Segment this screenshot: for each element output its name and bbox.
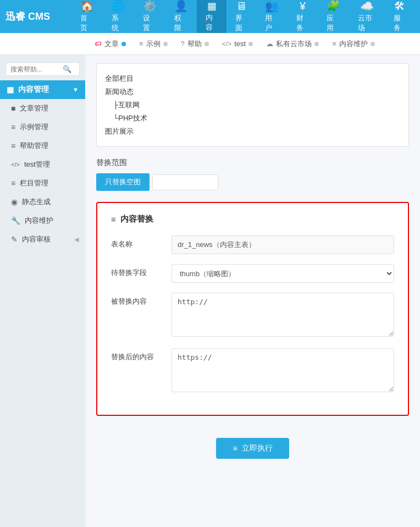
sidebar-item-help[interactable]: ≡ 帮助管理 [0,136,85,155]
content-replace-title-text: 内容替换 [120,214,153,224]
tree-item-1: 新闻动态 [105,85,400,98]
nav-item-users[interactable]: 👥 用户 [256,0,288,33]
replace-range-section: 替换范围 只替换空图 [96,158,409,191]
nav-label-apps: 应用 [327,13,340,33]
example-dot [163,42,168,46]
nav-items: 🏠 首页 🌐 系统 ⚙️ 设置 👤 权限 ▦ 内容 🖥 界面 👥 用户 ¥ [71,0,415,33]
nav-label-cloud: 云市场 [358,13,376,33]
to-control: https:// [172,348,394,394]
sidebar-search-container[interactable]: 🔍 [5,62,80,76]
content-replace-box: ≡ 内容替换 表名称 dr_1_news（内容主表） 待替换字段 thumb（缩… [96,202,409,416]
finance-icon: ¥ [300,1,306,12]
form-row-to: 替换后的内容 https:// [111,348,394,394]
subnav-help-label: 帮助 [187,39,202,49]
nav-item-finance[interactable]: ¥ 财务 [288,0,317,33]
nav-item-apps[interactable]: 🧩 应用 [318,0,349,33]
content-icon: ▦ [207,1,217,11]
field-control: thumb（缩略图） content（内容） title（标题） [172,264,394,283]
tree-item-0: 全部栏目 [105,72,400,85]
execute-button[interactable]: ≡ 立即执行 [216,438,289,459]
execute-button-label: 立即执行 [242,443,273,453]
sidebar-group-label: 内容管理 [18,85,49,95]
maintenance-dot [371,42,375,46]
help-dot [205,42,209,46]
replace-range-row: 只替换空图 [96,173,409,191]
service-icon: 🛠 [394,1,405,12]
nav-item-home[interactable]: 🏠 首页 [71,0,103,33]
nav-item-cloud[interactable]: ☁️ 云市场 [349,0,385,33]
home-icon: 🏠 [80,1,94,12]
form-row-from: 被替换内容 http:// [111,293,394,338]
sidebar-item-column-label: 栏目管理 [20,178,48,188]
app-logo: 迅睿 CMS [5,10,71,23]
table-name-value: dr_1_news（内容主表） [172,235,394,254]
settings-icon: ⚙️ [143,1,157,12]
nav-item-ui[interactable]: 🖥 界面 [226,0,256,33]
apps-icon: 🧩 [327,1,340,12]
from-textarea[interactable]: http:// [172,293,394,337]
users-icon: 👥 [265,1,279,12]
execute-button-icon: ≡ [233,444,237,453]
nav-label-home: 首页 [80,13,94,33]
sidebar-group-content[interactable]: ▦ 内容管理 ▼ [0,80,85,99]
tree-section: 全部栏目 新闻动态 ├互联网 └PHP技术 图片展示 [96,63,409,147]
sidebar-item-content-maint[interactable]: 🔧 内容维护 [0,211,85,230]
content-maint-sidebar-icon: 🔧 [11,216,20,225]
search-input[interactable] [10,65,60,73]
article-icon: ■ [11,104,15,113]
main-layout: 🔍 ▦ 内容管理 ▼ ■ 文章管理 ≡ 示例管理 ≡ 帮助管理 </> test… [0,55,420,527]
tree-item-3: └PHP技术 [105,112,400,125]
form-row-table: 表名称 dr_1_news（内容主表） [111,235,394,254]
sidebar-item-content-audit[interactable]: ✎ 内容审核 ◀ [0,230,85,249]
maintenance-icon: ≡ [332,40,336,48]
sidebar-item-content-audit-label: 内容审核 [22,234,51,244]
subnav-private[interactable]: ☁ 私有云市场 [259,33,325,55]
subnav-article-label: 文章 [104,39,119,49]
content-replace-title-icon: ≡ [111,215,116,224]
nav-item-service[interactable]: 🛠 服务 [385,0,415,33]
from-control: http:// [172,293,394,338]
nav-label-content: 内容 [206,13,218,32]
test-sidebar-icon: </> [11,161,20,168]
sidebar-item-test[interactable]: </> test管理 [0,155,85,174]
replace-empty-button[interactable]: 只替换空图 [96,173,150,191]
sidebar-item-content-maint-label: 内容维护 [25,216,53,226]
subnav-maintenance[interactable]: ≡ 内容维护 [325,33,382,55]
to-textarea[interactable]: https:// [172,348,394,392]
nav-item-content[interactable]: ▦ 内容 [197,0,226,33]
search-icon: 🔍 [63,65,71,73]
system-icon: 🌐 [112,1,125,12]
sidebar-item-column[interactable]: ≡ 栏目管理 [0,174,85,193]
nav-label-users: 用户 [265,13,279,33]
sidebar-item-article[interactable]: ■ 文章管理 [0,99,85,118]
nav-item-system[interactable]: 🌐 系统 [103,0,134,33]
permissions-icon: 👤 [174,1,188,12]
tree-item-2: ├互联网 [105,98,400,112]
field-select[interactable]: thumb（缩略图） content（内容） title（标题） [172,264,394,283]
top-navigation: 迅睿 CMS 🏠 首页 🌐 系统 ⚙️ 设置 👤 权限 ▦ 内容 🖥 界面 👥 … [0,0,420,33]
column-sidebar-icon: ≡ [11,179,15,188]
sidebar-item-test-label: test管理 [24,160,50,169]
table-name-control: dr_1_news（内容主表） [172,235,394,254]
sidebar-item-help-label: 帮助管理 [20,141,48,151]
content-inner: 全部栏目 新闻动态 ├互联网 └PHP技术 图片展示 替换范围 只替换空图 ≡ … [85,55,420,484]
sidebar-item-static[interactable]: ◉ 静态生成 [0,193,85,211]
article-dot [121,42,126,46]
subnav-example[interactable]: ≡ 示例 [132,33,174,55]
example-sidebar-icon: ≡ [11,123,15,131]
nav-item-settings[interactable]: ⚙️ 设置 [134,0,165,33]
content-audit-sidebar-icon: ✎ [11,235,18,244]
nav-item-permissions[interactable]: 👤 权限 [165,0,197,33]
sidebar-item-example[interactable]: ≡ 示例管理 [0,118,85,136]
to-label: 替换后的内容 [111,348,161,362]
subnav-help[interactable]: ? 帮助 [174,33,215,55]
sidebar-item-example-label: 示例管理 [20,122,48,132]
example-list-icon: ≡ [139,40,143,48]
private-dot [314,42,319,46]
nav-label-settings: 设置 [143,13,157,33]
help-icon: ? [181,40,185,48]
nav-label-service: 服务 [394,13,406,33]
subnav-test[interactable]: </> test [215,33,259,55]
subnav-article[interactable]: 🏷 文章 [88,33,132,55]
replace-range-input[interactable] [152,174,218,190]
